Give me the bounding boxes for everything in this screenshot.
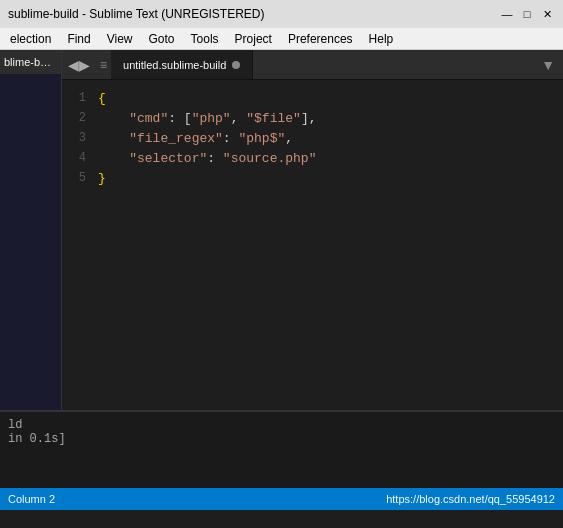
window-controls: — □ ✕ <box>499 6 555 22</box>
tab-spacer <box>253 50 533 79</box>
output-panel: ld in 0.1s] <box>0 410 563 488</box>
title-bar: sublime-build - Sublime Text (UNREGISTER… <box>0 0 563 28</box>
close-button[interactable]: ✕ <box>539 6 555 22</box>
line-num-4: 4 <box>62 151 98 165</box>
tab-bar: ◀▶ ≡ untitled.sublime-build ▼ <box>62 50 563 80</box>
tab-untitled-sublime-build[interactable]: untitled.sublime-build <box>111 50 253 79</box>
output-line-2: in 0.1s] <box>8 432 555 446</box>
menu-item-help[interactable]: Help <box>361 28 402 49</box>
status-url: https://blog.csdn.net/qq_55954912 <box>386 493 555 505</box>
code-line-3: 3 "file_regex": "php$", <box>62 128 563 148</box>
status-column: Column 2 <box>8 493 55 505</box>
line-content-3: "file_regex": "php$", <box>98 131 563 146</box>
menu-item-goto[interactable]: Goto <box>141 28 183 49</box>
tab-icon[interactable]: ≡ <box>96 50 111 79</box>
maximize-button[interactable]: □ <box>519 6 535 22</box>
output-line-1: ld <box>8 418 555 432</box>
menu-item-project[interactable]: Project <box>227 28 280 49</box>
line-content-4: "selector": "source.php" <box>98 151 563 166</box>
minimize-button[interactable]: — <box>499 6 515 22</box>
window-title: sublime-build - Sublime Text (UNREGISTER… <box>8 7 265 21</box>
code-line-5: 5 } <box>62 168 563 188</box>
menu-item-view[interactable]: View <box>99 28 141 49</box>
line-num-5: 5 <box>62 171 98 185</box>
line-content-5: } <box>98 171 563 186</box>
line-num-3: 3 <box>62 131 98 145</box>
line-num-1: 1 <box>62 91 98 105</box>
tab-dropdown-button[interactable]: ▼ <box>533 50 563 79</box>
code-line-1: 1 { <box>62 88 563 108</box>
code-line-2: 2 "cmd": ["php", "$file"], <box>62 108 563 128</box>
main-area: blime-build ◀▶ ≡ untitled.sublime-build … <box>0 50 563 410</box>
menu-bar: electionFindViewGotoToolsProjectPreferen… <box>0 28 563 50</box>
editor-panel: ◀▶ ≡ untitled.sublime-build ▼ 1 { 2 "cmd… <box>62 50 563 410</box>
status-bar: Column 2 https://blog.csdn.net/qq_559549… <box>0 488 563 510</box>
tab-modified-dot <box>232 61 240 69</box>
menu-item-tools[interactable]: Tools <box>183 28 227 49</box>
line-content-1: { <box>98 91 563 106</box>
line-content-2: "cmd": ["php", "$file"], <box>98 111 563 126</box>
sidebar-item-sublime-build[interactable]: blime-build <box>0 50 61 74</box>
line-num-2: 2 <box>62 111 98 125</box>
menu-item-find[interactable]: Find <box>59 28 98 49</box>
sidebar: blime-build <box>0 50 62 410</box>
menu-item-preferences[interactable]: Preferences <box>280 28 361 49</box>
code-editor[interactable]: 1 { 2 "cmd": ["php", "$file"], 3 "file_r… <box>62 80 563 410</box>
code-line-4: 4 "selector": "source.php" <box>62 148 563 168</box>
tab-label: untitled.sublime-build <box>123 59 226 71</box>
menu-item-election[interactable]: election <box>2 28 59 49</box>
tab-nav-left[interactable]: ◀▶ <box>62 50 96 79</box>
